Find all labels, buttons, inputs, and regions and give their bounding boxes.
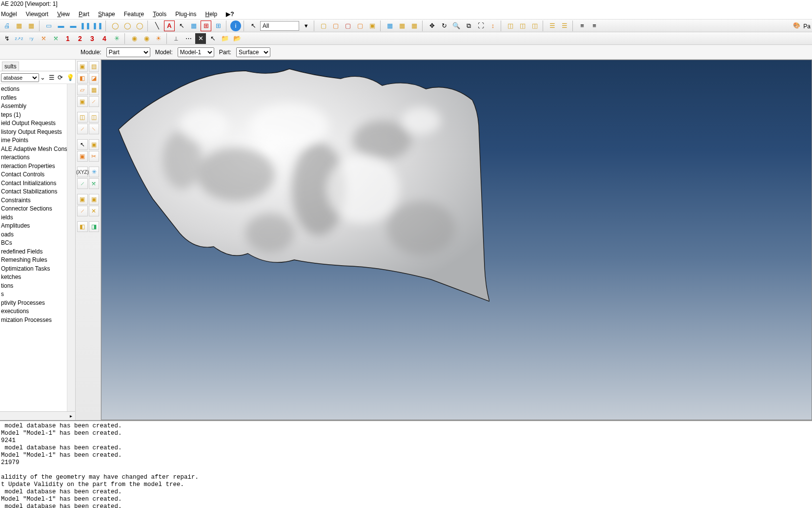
revolve-icon[interactable]: ◪ xyxy=(89,73,100,84)
tree-item[interactable]: ime Points xyxy=(0,136,75,145)
edit-icon[interactable]: ▣ xyxy=(89,139,100,150)
tree-item[interactable]: ALE Adaptive Mesh Constraint xyxy=(0,145,75,154)
tree-item[interactable]: redefined Fields xyxy=(0,248,75,256)
csys-icon[interactable]: ✳ xyxy=(111,33,122,44)
view-3-button[interactable]: 3 xyxy=(87,33,98,44)
dropdown-icon[interactable]: ▾ xyxy=(301,21,311,31)
folder1-icon[interactable]: 📁 xyxy=(220,33,230,44)
circles1-icon[interactable]: ◉ xyxy=(129,33,140,44)
tree-item[interactable]: Constraints xyxy=(0,196,75,205)
part-select[interactable]: Surface xyxy=(236,47,270,57)
axis-zoom-icon[interactable]: ↯ xyxy=(1,33,12,44)
axis-xz-icon[interactable]: z↗z xyxy=(14,33,24,44)
repair1-icon[interactable]: ▣ xyxy=(77,151,88,162)
menu-help[interactable]: Help xyxy=(205,11,218,18)
layers2-icon[interactable]: ☰ xyxy=(559,21,570,31)
selection-filter-all[interactable]: All xyxy=(260,21,299,31)
view2-icon[interactable]: ▬ xyxy=(56,21,66,31)
repair2-icon[interactable]: ✂ xyxy=(89,151,100,162)
table-icon[interactable]: ▦ xyxy=(188,21,199,31)
query-icon[interactable]: ↖ xyxy=(77,139,88,150)
mesh2-icon[interactable]: ✕ xyxy=(89,206,100,216)
filter-dropdown-icon[interactable]: ⌄ xyxy=(40,74,48,82)
tree-item[interactable]: Connector Sections xyxy=(0,205,75,213)
rotate-icon[interactable]: ↻ xyxy=(439,21,449,31)
tool-x-icon[interactable]: ✕ xyxy=(195,33,206,44)
circles2-icon[interactable]: ◉ xyxy=(141,33,152,44)
tree-item[interactable]: listory Output Requests xyxy=(0,128,75,137)
layers1-icon[interactable]: ☰ xyxy=(547,21,558,31)
csys-create-icon[interactable]: ✳ xyxy=(89,167,99,177)
db-icon[interactable]: ▦ xyxy=(14,21,24,31)
view-2-button[interactable]: 2 xyxy=(75,33,85,44)
tree-item[interactable]: rofiles xyxy=(0,94,75,103)
tree-item[interactable]: Assembly xyxy=(0,102,75,111)
pointer-icon[interactable]: ↖ xyxy=(207,33,218,44)
box3-icon[interactable]: ▢ xyxy=(343,21,353,31)
box2-icon[interactable]: ▢ xyxy=(330,21,341,31)
tree-item[interactable]: ields xyxy=(0,213,75,222)
stack-icon[interactable]: ☰ xyxy=(49,74,57,82)
iso3-icon[interactable]: ◫ xyxy=(529,21,540,31)
tree-item[interactable]: ptivity Processes xyxy=(0,299,75,308)
tree-item[interactable]: mization Processes xyxy=(0,316,75,325)
datum2-icon[interactable]: ⟍ xyxy=(89,124,100,134)
viewport[interactable] xyxy=(101,60,812,420)
partition2-icon[interactable]: ◫ xyxy=(89,112,100,123)
tree-item[interactable]: Contact Controls xyxy=(0,170,75,179)
ring3-icon[interactable]: ◯ xyxy=(134,21,145,31)
extrude-icon[interactable]: ◧ xyxy=(77,73,88,84)
tree-item[interactable]: nteractions xyxy=(0,153,75,162)
view-4-button[interactable]: 4 xyxy=(99,33,110,44)
tree-item[interactable]: BCs xyxy=(0,239,75,248)
shell-icon[interactable]: ▱ xyxy=(77,85,88,95)
create-part-icon[interactable]: ▣ xyxy=(77,61,88,72)
menu-viewport[interactable]: Viewport xyxy=(26,11,49,18)
fit-icon[interactable]: ⛶ xyxy=(475,21,486,31)
tree-item[interactable]: s xyxy=(0,290,75,299)
tree-item[interactable]: Remeshing Rules xyxy=(0,256,75,265)
view1-icon[interactable]: ▭ xyxy=(43,21,54,31)
model-select[interactable]: Model-1 xyxy=(178,47,214,57)
grid-icon[interactable]: ⊞ xyxy=(213,21,223,31)
tree-item[interactable]: teps (1) xyxy=(0,111,75,120)
ring1-icon[interactable]: ◯ xyxy=(110,21,121,31)
menu-feature[interactable]: Feature xyxy=(124,11,144,18)
tree-item[interactable]: oads xyxy=(0,231,75,239)
tree-hscroll[interactable] xyxy=(0,411,75,420)
tree-item[interactable]: Amplitudes xyxy=(0,222,75,231)
cube1-icon[interactable]: ▣ xyxy=(367,21,378,31)
tree-item[interactable]: nteraction Properties xyxy=(0,162,75,171)
text-a-icon[interactable]: A xyxy=(164,21,175,31)
updn-icon[interactable]: ↕ xyxy=(487,21,498,31)
tree-item[interactable]: Contact Initializations xyxy=(0,179,75,188)
model-tree[interactable]: ectionsrofilesAssemblyteps (1)ield Outpu… xyxy=(0,84,75,420)
ladder1-icon[interactable]: ≡ xyxy=(577,21,588,31)
view-1-button[interactable]: 1 xyxy=(62,33,73,44)
select-arrow-icon[interactable]: ↖ xyxy=(176,21,187,31)
results-tab[interactable]: sults xyxy=(2,62,19,71)
tree-item[interactable]: tions xyxy=(0,282,75,291)
menu-shape[interactable]: Shape xyxy=(98,11,115,18)
cursor-icon[interactable]: ↖ xyxy=(248,21,259,31)
menu-view[interactable]: View xyxy=(57,11,70,18)
last2-icon[interactable]: ◨ xyxy=(89,221,100,232)
datum-plane-icon[interactable]: ⟋ xyxy=(77,178,88,189)
view3-icon[interactable]: ▬ xyxy=(68,21,79,31)
tree-item[interactable]: Optimization Tasks xyxy=(0,265,75,274)
bulb-icon[interactable]: 💡 xyxy=(66,74,74,82)
ruler-icon[interactable]: ⟂ xyxy=(171,33,182,44)
view5-icon[interactable]: ❚❚ xyxy=(92,21,103,31)
mesh1-icon[interactable]: ⟋ xyxy=(77,206,88,216)
sun-filter-icon[interactable]: ⟳ xyxy=(58,74,65,82)
axis-green-icon[interactable]: ⤧ xyxy=(50,33,61,44)
datum-axis-icon[interactable]: ⤧ xyxy=(89,178,100,189)
pan-icon[interactable]: ✥ xyxy=(426,21,437,31)
module-select[interactable]: Part xyxy=(106,47,150,57)
last1-icon[interactable]: ◧ xyxy=(77,221,88,232)
axis-arrows-icon[interactable]: ⤧ xyxy=(38,33,49,44)
menu-tools[interactable]: Tools xyxy=(153,11,166,18)
filter-select[interactable]: atabase xyxy=(1,73,39,82)
iso1-icon[interactable]: ◫ xyxy=(505,21,516,31)
menu-model[interactable]: Model xyxy=(1,11,17,18)
